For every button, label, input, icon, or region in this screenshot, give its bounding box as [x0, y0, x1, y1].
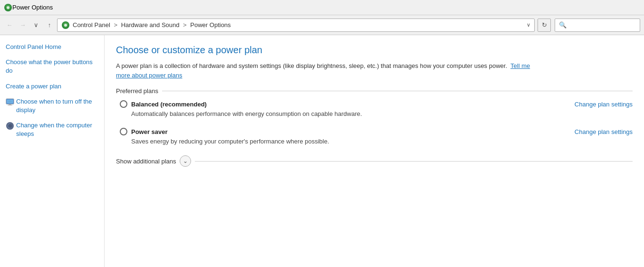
- sidebar: Control Panel Home Choose what the power…: [0, 35, 105, 267]
- svg-rect-9: [8, 100, 12, 103]
- plan-header-left-power-saver: Power saver: [120, 128, 168, 135]
- breadcrumb-sep-1: >: [114, 21, 119, 29]
- monitor-icon: [6, 98, 14, 106]
- title-bar: Power Options: [0, 0, 644, 15]
- description-text: A power plan is a collection of hardware…: [116, 62, 507, 69]
- plan-desc-power-saver: Saves energy by reducing your computer's…: [131, 137, 633, 146]
- plan-name-balanced: Balanced (recommended): [131, 101, 207, 108]
- sidebar-item-power-buttons[interactable]: Choose what the power buttons do: [6, 58, 98, 75]
- svg-point-1: [7, 6, 10, 9]
- change-plan-link-power-saver[interactable]: Change plan settings: [575, 128, 633, 135]
- sidebar-link-text-display: Choose when to turn off the display: [16, 97, 98, 114]
- sidebar-item-turn-off-display[interactable]: Choose when to turn off the display: [6, 97, 98, 114]
- sleep-icon: [6, 122, 14, 130]
- svg-point-3: [64, 24, 67, 27]
- plan-item-power-saver: Power saver Change plan settings Saves e…: [116, 128, 633, 146]
- page-title: Choose or customize a power plan: [116, 45, 633, 56]
- sidebar-item-computer-sleeps[interactable]: Change when the computer sleeps: [6, 121, 98, 138]
- breadcrumb-sep-2: >: [183, 21, 188, 29]
- preferred-plans-label: Preferred plans: [116, 87, 633, 95]
- additional-plans-label: Show additional plans: [116, 158, 176, 165]
- svg-rect-7: [9, 104, 11, 105]
- address-icon: [61, 21, 70, 29]
- svg-point-11: [8, 124, 12, 128]
- content-description: A power plan is a collection of hardware…: [116, 61, 544, 80]
- sidebar-link-text-sleeps: Change when the computer sleeps: [16, 121, 98, 138]
- dropdown-button[interactable]: ∨: [30, 19, 42, 31]
- svg-rect-8: [8, 105, 12, 105]
- address-dropdown-button[interactable]: ∨: [527, 22, 530, 28]
- plan-header-power-saver: Power saver Change plan settings: [120, 128, 633, 135]
- sidebar-link-text-home: Control Panel Home: [6, 43, 98, 51]
- search-input[interactable]: [559, 21, 636, 29]
- plan-name-power-saver: Power saver: [131, 128, 168, 135]
- breadcrumb: Control Panel > Hardware and Sound > Pow…: [73, 21, 527, 29]
- sidebar-link-text-create-plan: Create a power plan: [6, 82, 98, 91]
- address-bar: ← → ∨ ↑ Control Panel > Hardware and Sou…: [0, 15, 644, 35]
- title-bar-text: Power Options: [12, 4, 53, 11]
- additional-plans-row: Show additional plans ⌄: [116, 155, 633, 167]
- sidebar-item-create-plan[interactable]: Create a power plan: [6, 82, 98, 91]
- sidebar-item-control-panel-home[interactable]: Control Panel Home: [6, 43, 98, 51]
- address-field[interactable]: Control Panel > Hardware and Sound > Pow…: [57, 19, 535, 32]
- expand-additional-plans-button[interactable]: ⌄: [180, 155, 191, 167]
- back-button[interactable]: ←: [4, 19, 15, 31]
- breadcrumb-control-panel[interactable]: Control Panel: [73, 21, 110, 29]
- main-layout: Control Panel Home Choose what the power…: [0, 35, 644, 267]
- radio-balanced[interactable]: [120, 100, 127, 108]
- breadcrumb-power-options[interactable]: Power Options: [190, 21, 231, 29]
- plan-desc-balanced: Automatically balances performance with …: [131, 110, 633, 118]
- change-plan-link-balanced[interactable]: Change plan settings: [575, 101, 633, 108]
- up-button[interactable]: ↑: [44, 19, 55, 31]
- search-box[interactable]: [555, 19, 640, 32]
- plan-header-balanced: Balanced (recommended) Change plan setti…: [120, 100, 633, 108]
- radio-power-saver[interactable]: [120, 128, 127, 135]
- plan-header-left-balanced: Balanced (recommended): [120, 100, 207, 108]
- power-icon: [4, 3, 12, 12]
- sidebar-link-text-power-buttons: Choose what the power buttons do: [6, 58, 98, 75]
- content-area: Choose or customize a power plan A power…: [105, 35, 644, 267]
- plan-item-balanced: Balanced (recommended) Change plan setti…: [116, 100, 633, 118]
- breadcrumb-hardware-sound[interactable]: Hardware and Sound: [121, 21, 180, 29]
- refresh-button[interactable]: ↻: [538, 19, 551, 32]
- forward-button[interactable]: →: [17, 19, 29, 31]
